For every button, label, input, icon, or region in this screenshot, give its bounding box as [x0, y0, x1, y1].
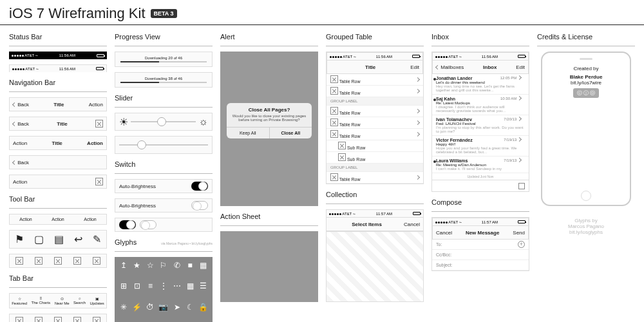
- close-all-button[interactable]: Close All: [270, 128, 312, 138]
- section-grouped-table: Grouped Table: [326, 33, 424, 41]
- tab-near-me[interactable]: ⊙Near Me: [55, 296, 70, 305]
- search-icon: ⌕: [79, 296, 81, 300]
- glyphs-panel: ↥★☆⚐✆■▦ ⊞⊡≡⋮⋯▦☰ ✳⚡⏱📷➤☾🔒 ⏰☁🗑▭▦▭A ▭▮☰◷✉○☻: [115, 257, 213, 322]
- chevron-right-icon: [517, 137, 522, 142]
- updated-label: Updated Just Now: [432, 173, 529, 180]
- tool-bar: ActionActionAction: [9, 214, 107, 225]
- sub-row[interactable]: Sub Row: [327, 140, 423, 152]
- nav-action[interactable]: Action: [89, 102, 103, 108]
- collection-view: AT&T ⏦11:57 AM Select ItemsCancel: [326, 209, 424, 302]
- page-header: iOS 7 Wireframing Kit BETA 3: [0, 0, 644, 25]
- compass-icon: ✳: [118, 303, 129, 321]
- mailboxes-button[interactable]: Mailboxes: [436, 64, 464, 70]
- cc-field[interactable]: Cc/Bcc:: [432, 250, 529, 260]
- timer-icon: ⏱: [145, 303, 156, 321]
- section-slider: Slider: [115, 94, 213, 102]
- section-compose: Compose: [431, 198, 529, 206]
- location-icon: ⊙: [61, 296, 64, 301]
- calculator-icon: ▦: [185, 281, 196, 299]
- star-icon: ★: [132, 261, 143, 279]
- group-label: Group Label: [327, 97, 423, 106]
- section-tool-bar: Tool Bar: [9, 195, 107, 203]
- nav-bar: BackTitleAction: [9, 97, 107, 111]
- lock-icon: 🔒: [198, 303, 209, 321]
- alert-dialog: Close All Pages? Would you like to close…: [227, 103, 312, 138]
- unread-dot-icon: [433, 99, 436, 101]
- inbox-message[interactable]: Victor Fernández7/19/13 Happy 4th!!Hope …: [432, 136, 529, 156]
- more-icon: ⋯: [171, 281, 182, 299]
- alert-body: Would you like to close your existing pa…: [227, 114, 312, 127]
- author-link[interactable]: bit.ly/ios7wire: [547, 80, 625, 86]
- star-icon: ☆: [18, 296, 21, 301]
- inbox-message[interactable]: Laura Williams7/19/13 Re: Meeting w/Dan …: [432, 156, 529, 173]
- tab-updates[interactable]: ▣Updates: [90, 296, 104, 305]
- switch-off[interactable]: [191, 201, 208, 210]
- add-contact-icon[interactable]: +: [518, 241, 525, 248]
- tab-charts[interactable]: ≡The Charts: [32, 296, 51, 305]
- section-action-sheet: Action Sheet: [220, 213, 318, 220]
- chevron-right-icon: [517, 96, 522, 100]
- chevron-right-icon: [517, 117, 522, 121]
- alert-backdrop: Close All Pages? Would you like to close…: [220, 52, 318, 206]
- compose-icon[interactable]: [518, 183, 525, 189]
- cancel-button[interactable]: Cancel: [436, 230, 452, 236]
- apps-icon: ⊞: [118, 281, 129, 299]
- chevron-right-icon: [517, 75, 522, 80]
- edit-button[interactable]: Edit: [516, 64, 525, 70]
- compose-icon[interactable]: [95, 120, 103, 128]
- grid-icon: ▦: [198, 261, 209, 279]
- status-bar-dark: AT&T ⏦ 11:56 AM: [9, 52, 107, 59]
- kit-grid: Status Bar AT&T ⏦ 11:56 AM AT&T ⏦ 11:56 …: [0, 25, 644, 322]
- alert-title: Close All Pages?: [227, 103, 312, 114]
- inbox-message[interactable]: Ivan Tolamachev7/20/13 Fwd: LAUNCH Festi…: [432, 115, 529, 136]
- status-bar-light: AT&T ⏦ 11:56 AM: [9, 64, 107, 72]
- bookmark-icon: ⚐: [158, 261, 169, 279]
- chevron-right-icon: [517, 158, 522, 162]
- switch-row: Auto-Brightness: [115, 179, 213, 193]
- section-tab-bar: Tab Bar: [9, 274, 107, 282]
- edit-button[interactable]: Edit: [410, 64, 419, 70]
- section-collection: Collection: [326, 191, 424, 198]
- tab-featured[interactable]: ☆Featured: [12, 296, 27, 305]
- cc-license-icon: ⓒ ⓘ ⓞ: [573, 88, 599, 98]
- unread-dot-icon: [433, 160, 436, 163]
- phone-icon: ✆: [171, 261, 182, 279]
- menu-icon: ≡: [145, 281, 156, 299]
- progress-view: Downloading 20 of 46: [115, 52, 213, 67]
- inbox-message[interactable]: Saj Kahn10:30 AM Re: Latest MockupsI dis…: [432, 95, 529, 115]
- brightness-low-icon: ☀: [119, 116, 128, 128]
- switch-on[interactable]: [191, 182, 208, 191]
- brightness-high-icon: ☼: [198, 116, 208, 128]
- back-button[interactable]: Back: [13, 102, 29, 108]
- action-sheet-backdrop: [220, 231, 318, 302]
- inbox-view: AT&T ⏦11:56 AM MailboxesInboxEdit Jonath…: [431, 52, 529, 192]
- section-nav-bar: Navigation Bar: [9, 79, 107, 86]
- to-field[interactable]: To:+: [432, 240, 529, 250]
- reply-icon[interactable]: ↩: [74, 233, 82, 245]
- archive-icon[interactable]: ▤: [54, 233, 64, 245]
- author-name: Blake Perdue: [547, 74, 625, 80]
- chevron-right-icon: [415, 77, 420, 82]
- share-icon: ↥: [118, 261, 129, 279]
- compose-icon[interactable]: ✎: [93, 233, 101, 245]
- keep-all-button[interactable]: Keep All: [227, 128, 270, 138]
- flashlight-icon: ⚡: [132, 303, 143, 321]
- send-button[interactable]: Send: [513, 230, 525, 236]
- list-icon: ≡: [40, 296, 43, 300]
- inbox-message[interactable]: Jonathan Lander12:05 PM Let's do dinner …: [432, 74, 529, 95]
- beta-badge: BETA 3: [151, 9, 177, 18]
- tab-search[interactable]: ⌕Search: [73, 296, 86, 305]
- phone-frame: Created by Blake Perdue bit.ly/ios7wire …: [541, 52, 631, 206]
- subject-field[interactable]: Subject:: [432, 260, 529, 270]
- dots-icon: ⋮: [158, 281, 169, 299]
- flag-icon[interactable]: ⚑: [15, 233, 24, 245]
- section-inbox: Inbox: [431, 33, 529, 41]
- location-icon: ➤: [171, 303, 182, 321]
- folder-icon[interactable]: ▢: [34, 233, 44, 245]
- star-outline-icon: ☆: [145, 261, 156, 279]
- slider[interactable]: ☀☼: [115, 113, 213, 131]
- moon-icon: ☾: [185, 303, 196, 321]
- page-title: iOS 7 Wireframing Kit: [9, 5, 146, 22]
- table-row[interactable]: Table Row: [327, 74, 423, 86]
- cancel-button[interactable]: Cancel: [404, 222, 420, 227]
